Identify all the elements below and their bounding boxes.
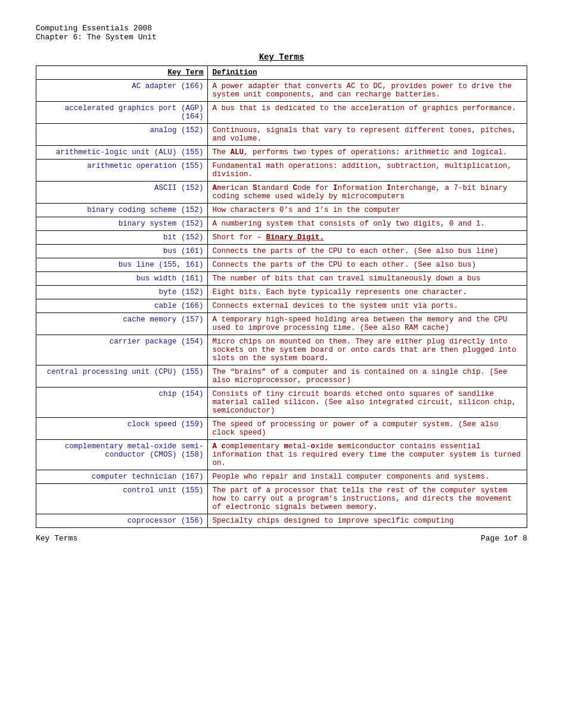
table-row: cache memory (157)A temporary high-speed… [36,313,527,335]
table-row: bus width (161)The number of bits that c… [36,272,527,286]
definition-cell: The “brains” of a computer and is contai… [208,365,527,388]
term-cell: control unit (155) [36,484,208,514]
page-footer: Key Terms Page 1of 8 [36,534,527,543]
table-row: binary coding scheme (152)How characters… [36,204,527,217]
term-cell: complementary metal-oxide semi-conductor… [36,440,208,470]
table-row: control unit (155)The part of a processo… [36,484,527,514]
table-row: ASCII (152)American Standard Code for In… [36,182,527,204]
table-row: accelerated graphics port (AGP) (164)A b… [36,102,527,124]
table-row: binary system (152)A numbering system th… [36,217,527,231]
definition-cell: Connects the parts of the CPU to each ot… [208,258,527,272]
definition-cell: A temporary high-speed holding area betw… [208,313,527,335]
term-cell: computer technician (167) [36,470,208,484]
definition-cell: The part of a processor that tells the r… [208,484,527,514]
term-cell: bus width (161) [36,272,208,286]
definition-cell: People who repair and install computer c… [208,470,527,484]
term-cell: binary coding scheme (152) [36,204,208,217]
term-cell: ASCII (152) [36,182,208,204]
term-cell: arithmetic operation (155) [36,160,208,182]
definition-cell: Consists of tiny circuit boards etched o… [208,388,527,418]
col-header-term: Key Term [36,66,208,80]
definition-cell: Eight bits. Each byte typically represen… [208,286,527,299]
table-row: AC adapter (166)A power adapter that con… [36,80,527,102]
term-cell: bus line (155, 161) [36,258,208,272]
page-title: Key Terms [259,52,304,62]
term-cell: AC adapter (166) [36,80,208,102]
header-line2: Chapter 6: The System Unit [36,33,527,42]
definition-cell: A complementary metal-oxide semiconducto… [208,440,527,470]
table-row: coprocessor (156)Specialty chips designe… [36,514,527,528]
definition-cell: Micro chips on mounted on them. They are… [208,335,527,365]
definition-cell: A power adapter that converts AC to DC, … [208,80,527,102]
term-cell: chip (154) [36,388,208,418]
definition-cell: A bus that is dedicated to the accelerat… [208,102,527,124]
definition-cell: American Standard Code for Information I… [208,182,527,204]
term-cell: analog (152) [36,124,208,146]
definition-cell: Fundamental math operations: addition, s… [208,160,527,182]
term-cell: central processing unit (CPU) (155) [36,365,208,388]
term-cell: bus (161) [36,245,208,258]
definition-cell: The ALU, performs two types of operation… [208,146,527,160]
table-row: arithmetic operation (155)Fundamental ma… [36,160,527,182]
term-cell: cable (166) [36,299,208,313]
term-cell: coprocessor (156) [36,514,208,528]
definition-cell: A numbering system that consists of only… [208,217,527,231]
table-row: computer technician (167)People who repa… [36,470,527,484]
definition-cell: How characters 0’s and 1’s in the comput… [208,204,527,217]
table-row: complementary metal-oxide semi-conductor… [36,440,527,470]
footer-right: Page 1of 8 [481,534,527,543]
col-header-definition: Definition [208,66,527,80]
term-cell: carrier package (154) [36,335,208,365]
page-title-section: Key Terms [36,52,527,62]
table-row: bus (161)Connects the parts of the CPU t… [36,245,527,258]
table-row: carrier package (154)Micro chips on moun… [36,335,527,365]
header-line1: Computing Essentials 2008 [36,24,527,33]
term-cell: cache memory (157) [36,313,208,335]
table-row: analog (152)Continuous, signals that var… [36,124,527,146]
definition-cell: Continuous, signals that vary to represe… [208,124,527,146]
term-cell: accelerated graphics port (AGP) (164) [36,102,208,124]
table-row: clock speed (159)The speed of processing… [36,418,527,440]
table-row: bit (152)Short for – Binary Digit. [36,231,527,245]
definition-cell: Connects the parts of the CPU to each ot… [208,245,527,258]
definition-cell: The speed of processing or power of a co… [208,418,527,440]
term-cell: bit (152) [36,231,208,245]
document-header: Computing Essentials 2008 Chapter 6: The… [36,24,527,42]
definition-cell: Short for – Binary Digit. [208,231,527,245]
term-cell: arithmetic-logic unit (ALU) (155) [36,146,208,160]
definition-cell: The number of bits that can travel simul… [208,272,527,286]
table-row: bus line (155, 161)Connects the parts of… [36,258,527,272]
term-cell: clock speed (159) [36,418,208,440]
table-row: chip (154)Consists of tiny circuit board… [36,388,527,418]
definition-cell: Connects external devices to the system … [208,299,527,313]
definition-cell: Specialty chips designed to improve spec… [208,514,527,528]
footer-left: Key Terms [36,534,77,543]
table-row: central processing unit (CPU) (155)The “… [36,365,527,388]
term-cell: byte (152) [36,286,208,299]
term-cell: binary system (152) [36,217,208,231]
table-row: cable (166)Connects external devices to … [36,299,527,313]
table-row: byte (152)Eight bits. Each byte typicall… [36,286,527,299]
table-row: arithmetic-logic unit (ALU) (155)The ALU… [36,146,527,160]
key-terms-table: Key Term Definition AC adapter (166)A po… [36,65,527,528]
